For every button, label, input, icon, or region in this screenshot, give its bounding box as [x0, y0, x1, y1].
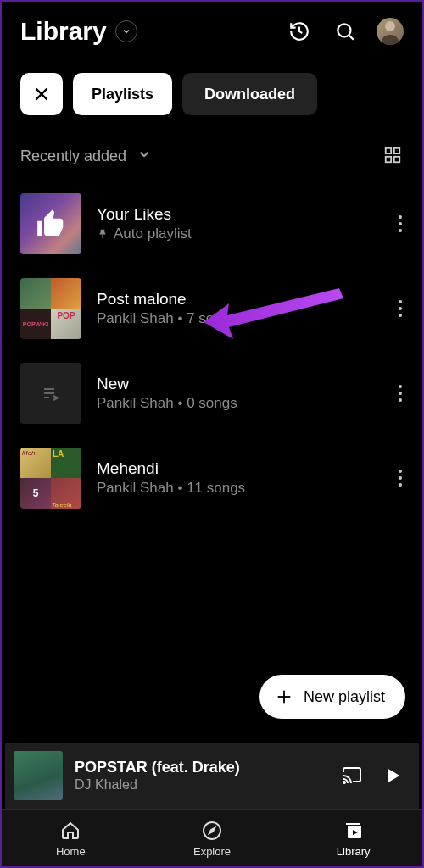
play-icon[interactable]	[378, 763, 407, 788]
playlist-subtitle: Pankil Shah • 0 songs	[97, 395, 383, 412]
home-icon	[59, 820, 81, 842]
playlist-item-mehendi[interactable]: Meh LA 5 Tareefa Mehendi Pankil Shah • 1…	[20, 436, 417, 520]
sort-label[interactable]: Recently added	[20, 147, 126, 165]
svg-rect-6	[386, 157, 391, 162]
svg-rect-7	[394, 157, 399, 162]
pin-icon	[97, 228, 109, 240]
mini-player-thumb	[14, 751, 63, 800]
playlist-menu-button[interactable]	[383, 300, 417, 317]
svg-rect-19	[346, 823, 360, 825]
clear-filter-button[interactable]	[20, 73, 63, 115]
playlist-title: Mehendi	[97, 459, 383, 478]
sort-row: Recently added	[0, 115, 424, 175]
plus-icon	[275, 687, 293, 706]
svg-rect-5	[394, 148, 399, 153]
playlist-menu-button[interactable]	[383, 215, 417, 232]
playlist-title: Your Likes	[97, 205, 383, 224]
nav-library[interactable]: Library	[282, 810, 424, 868]
account-switcher-chevron[interactable]	[115, 20, 137, 42]
playlist-thumb	[20, 363, 81, 424]
playlist-title: Post malone	[97, 290, 383, 309]
playlist-title: New	[97, 375, 383, 393]
filter-chip-downloaded[interactable]: Downloaded	[182, 73, 317, 115]
playlist-item-text: Your Likes Auto playlist	[97, 205, 383, 242]
svg-point-0	[338, 24, 350, 36]
svg-line-1	[349, 36, 354, 40]
playlist-item-text: Post malone Pankil Shah • 7 songs	[97, 290, 383, 327]
playlist-thumb: POPWIKI POP	[20, 278, 81, 339]
history-icon[interactable]	[288, 20, 310, 42]
library-icon	[343, 820, 365, 842]
avatar[interactable]	[377, 18, 404, 45]
page-title[interactable]: Library	[20, 17, 107, 46]
playlist-item-text: Mehendi Pankil Shah • 11 songs	[97, 459, 383, 497]
playlist-item-your-likes[interactable]: Your Likes Auto playlist	[20, 181, 417, 266]
svg-rect-4	[386, 148, 391, 153]
svg-marker-17	[209, 828, 215, 833]
mini-player-artist: DJ Khaled	[75, 777, 326, 793]
playlist-subtitle: Pankil Shah • 11 songs	[97, 480, 383, 497]
nav-label: Library	[337, 845, 371, 858]
playlist-item-text: New Pankil Shah • 0 songs	[97, 375, 383, 412]
new-playlist-button[interactable]: New playlist	[259, 675, 405, 719]
playlist-thumb	[20, 193, 81, 254]
bottom-nav: Home Explore Library	[0, 809, 424, 868]
filter-chips: Playlists Downloaded	[0, 56, 424, 115]
playlist-item-new[interactable]: New Pankil Shah • 0 songs	[20, 351, 417, 436]
mini-player[interactable]: POPSTAR (feat. Drake) DJ Khaled	[5, 743, 419, 809]
playlist-subtitle: Pankil Shah • 7 songs	[97, 310, 383, 327]
nav-explore[interactable]: Explore	[142, 810, 283, 868]
search-icon[interactable]	[334, 20, 356, 42]
svg-marker-15	[388, 769, 400, 783]
nav-label: Explore	[193, 845, 231, 858]
playlist-subtitle: Auto playlist	[97, 225, 383, 242]
cast-icon[interactable]	[338, 763, 366, 788]
app-header: Library	[0, 0, 424, 56]
playlist-item-post-malone[interactable]: POPWIKI POP Post malone Pankil Shah • 7 …	[20, 266, 417, 351]
mini-player-title: POPSTAR (feat. Drake)	[75, 759, 326, 776]
nav-label: Home	[56, 845, 86, 858]
playlist-thumb: Meh LA 5 Tareefa	[20, 448, 81, 509]
compass-icon	[201, 820, 223, 842]
svg-point-14	[343, 782, 345, 783]
filter-chip-playlists[interactable]: Playlists	[73, 73, 172, 115]
playlist-menu-button[interactable]	[383, 470, 417, 487]
chevron-down-icon[interactable]	[137, 147, 152, 165]
mini-player-text: POPSTAR (feat. Drake) DJ Khaled	[75, 759, 326, 793]
grid-view-toggle[interactable]	[383, 146, 404, 166]
new-playlist-label: New playlist	[304, 688, 385, 706]
playlist-list: Your Likes Auto playlist POPWIKI POP Pos…	[0, 175, 424, 520]
playlist-menu-button[interactable]	[383, 385, 417, 402]
nav-home[interactable]: Home	[0, 810, 142, 868]
